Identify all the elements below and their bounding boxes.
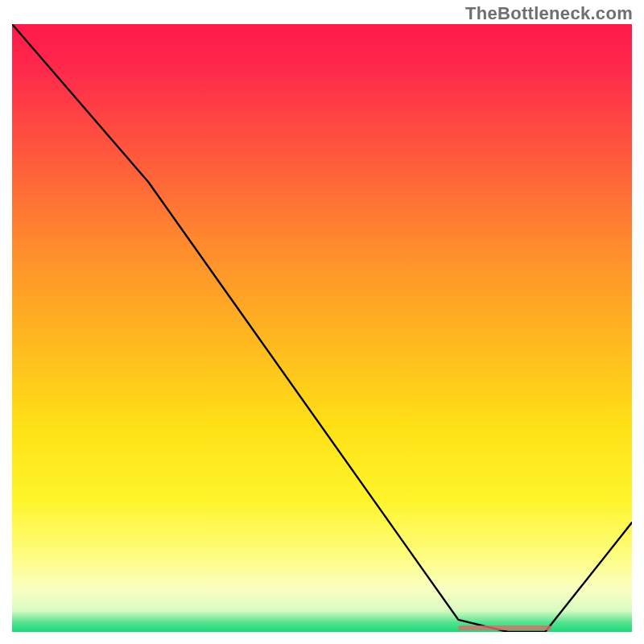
- watermark-text: TheBottleneck.com: [465, 3, 633, 24]
- chart-plot-area: [12, 24, 632, 632]
- optimal-range-marker: [458, 625, 551, 630]
- chart-line-svg: [12, 24, 632, 632]
- bottleneck-curve-path: [12, 24, 632, 632]
